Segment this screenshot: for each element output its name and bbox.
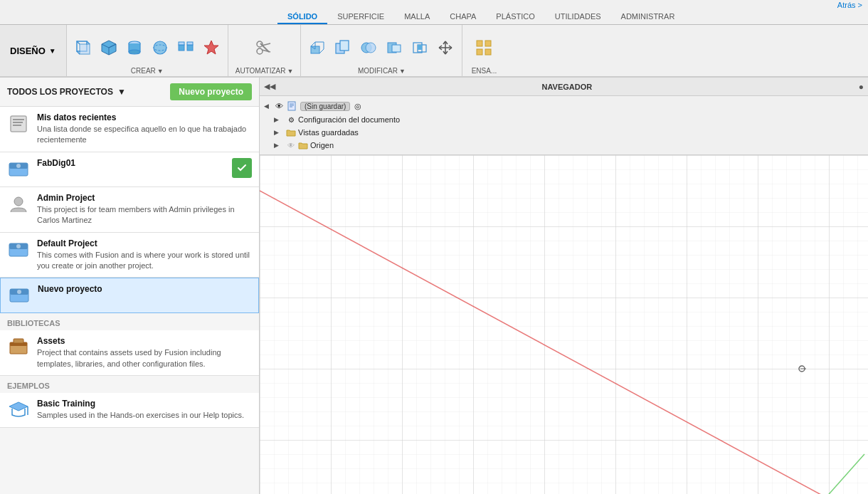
config-label: Configuración del documento bbox=[298, 115, 400, 124]
tab-malla[interactable]: MALLA bbox=[394, 10, 440, 24]
svg-point-42 bbox=[16, 164, 21, 168]
svg-rect-16 bbox=[187, 42, 193, 45]
target-icon[interactable]: ◎ bbox=[352, 100, 364, 112]
tab-plastico[interactable]: PLÁSTICO bbox=[486, 10, 544, 24]
canvas-area: ◀◀ NAVEGADOR ● ◀ 👁 (Sin guardar) bbox=[260, 78, 868, 494]
origen-folder-icon bbox=[298, 140, 308, 150]
fabdig01-icon bbox=[7, 158, 30, 181]
svg-rect-35 bbox=[485, 49, 491, 55]
cylinder-icon-btn[interactable] bbox=[122, 34, 147, 61]
atras-link[interactable]: Atrás > bbox=[0, 0, 868, 10]
copy-icon-btn[interactable] bbox=[331, 34, 355, 61]
project-item-admin[interactable]: Admin Project This project is for team m… bbox=[0, 187, 259, 233]
design-arrow: ▼ bbox=[49, 47, 56, 55]
admin-name: Admin Project bbox=[37, 193, 252, 203]
tab-solido[interactable]: SÓLIDO bbox=[277, 10, 327, 24]
project-item-assets[interactable]: Assets Project that contains assets used… bbox=[0, 330, 259, 376]
toolbar-group-crear: CREAR ▼ bbox=[67, 25, 228, 76]
svg-rect-33 bbox=[485, 41, 491, 46]
svg-point-11 bbox=[154, 41, 166, 54]
recent-item[interactable]: Mis datos recientes Una lista donde se e… bbox=[0, 107, 259, 152]
navigator-back-btn[interactable]: ◀◀ bbox=[264, 82, 275, 91]
ensam-label: ENSA... bbox=[472, 67, 497, 75]
tab-administrar[interactable]: ADMINISTRAR bbox=[611, 10, 685, 24]
folder-icon bbox=[286, 127, 296, 137]
root-eye-icon[interactable]: 👁 bbox=[273, 100, 285, 112]
project-item-basic-training[interactable]: Basic Training Samples used in the Hands… bbox=[0, 393, 259, 428]
tree-configuracion[interactable]: ▶ ⚙ Configuración del documento bbox=[260, 113, 868, 126]
tab-chapa[interactable]: CHAPA bbox=[440, 10, 486, 24]
navigator-tree: ◀ 👁 (Sin guardar) ◎ ▶ ⚙ Configuración bbox=[260, 96, 868, 155]
project-item-nuevo[interactable]: Nuevo proyecto bbox=[0, 278, 259, 313]
svg-rect-13 bbox=[179, 45, 184, 51]
basic-training-desc: Samples used in the Hands-on exercises i… bbox=[37, 410, 252, 421]
svg-rect-54 bbox=[288, 102, 295, 110]
assets-icon bbox=[7, 336, 30, 359]
tab-utilidades[interactable]: UTILIDADES bbox=[545, 10, 611, 24]
sidebar-header: TODOS LOS PROYECTOS ▼ Nuevo proyecto bbox=[0, 78, 259, 107]
svg-rect-28 bbox=[392, 45, 401, 52]
ejemplos-label: EJEMPLOS bbox=[0, 376, 259, 393]
design-label: DISEÑO bbox=[10, 46, 46, 56]
basic-training-text: Basic Training Samples used in the Hands… bbox=[37, 399, 252, 421]
crear-label[interactable]: CREAR ▼ bbox=[131, 67, 164, 75]
dropdown-icon: ▼ bbox=[117, 87, 126, 97]
all-projects-button[interactable]: TODOS LOS PROYECTOS ▼ bbox=[7, 87, 126, 97]
starburst-icon-btn[interactable] bbox=[199, 34, 223, 61]
assets-desc: Project that contains assets used by Fus… bbox=[37, 347, 252, 369]
svg-rect-34 bbox=[477, 49, 482, 55]
origen-eye-icon[interactable]: 👁 bbox=[286, 140, 296, 150]
new-project-button[interactable]: Nuevo proyecto bbox=[170, 83, 252, 100]
navigator-bar: ◀◀ NAVEGADOR ● bbox=[260, 78, 868, 96]
svg-rect-15 bbox=[179, 42, 184, 45]
svg-point-49 bbox=[17, 290, 21, 294]
svg-rect-31 bbox=[418, 45, 422, 50]
svg-point-8 bbox=[129, 50, 140, 54]
default-name: Default Project bbox=[37, 238, 252, 248]
subtract-icon-btn[interactable] bbox=[382, 34, 406, 61]
svg-point-43 bbox=[14, 197, 23, 206]
admin-desc: This project is for team members with Ad… bbox=[37, 204, 252, 226]
modificar-label[interactable]: MODIFICAR ▼ bbox=[358, 67, 406, 75]
svg-rect-1 bbox=[80, 44, 90, 54]
tree-origen[interactable]: ▶ 👁 Origen bbox=[260, 139, 868, 152]
grid-icon-btn[interactable] bbox=[470, 34, 498, 61]
basic-training-icon bbox=[7, 399, 30, 421]
nuevo-text: Nuevo proyecto bbox=[38, 284, 251, 294]
sphere-icon-btn[interactable] bbox=[148, 34, 172, 61]
box-split-icon-btn[interactable] bbox=[174, 34, 198, 61]
intersect-icon-btn[interactable] bbox=[408, 34, 432, 61]
svg-point-46 bbox=[16, 244, 21, 248]
recent-desc: Una lista donde se especifica aquello en… bbox=[37, 124, 252, 146]
move-icon-btn[interactable] bbox=[433, 34, 457, 61]
automatizar-label[interactable]: AUTOMATIZAR ▼ bbox=[235, 67, 294, 75]
project-item-default[interactable]: Default Project This comes with Fusion a… bbox=[0, 233, 259, 278]
svg-rect-37 bbox=[13, 119, 24, 120]
all-projects-label: TODOS LOS PROYECTOS bbox=[7, 87, 113, 97]
scissors-icon-btn[interactable] bbox=[250, 34, 279, 61]
box-outline-icon-btn[interactable] bbox=[71, 34, 95, 61]
tree-vistas[interactable]: ▶ Vistas guardadas bbox=[260, 126, 868, 139]
design-button[interactable]: DISEÑO ▼ bbox=[0, 25, 67, 76]
project-item-fabdig01[interactable]: FabDig01 bbox=[0, 152, 259, 187]
tree-root[interactable]: ◀ 👁 (Sin guardar) ◎ bbox=[260, 99, 868, 113]
gear-icon: ⚙ bbox=[286, 115, 296, 125]
vistas-arrow: ▶ bbox=[274, 129, 284, 136]
origen-arrow: ▶ bbox=[274, 142, 284, 149]
push-icon-btn[interactable] bbox=[305, 34, 329, 61]
nuevo-name: Nuevo proyecto bbox=[38, 284, 251, 294]
tab-superficie[interactable]: SUPERFICIE bbox=[327, 10, 394, 24]
svg-point-26 bbox=[366, 43, 376, 53]
toolbar-group-automatizar: AUTOMATIZAR ▼ bbox=[228, 25, 302, 76]
default-text: Default Project This comes with Fusion a… bbox=[37, 238, 252, 272]
default-desc: This comes with Fusion and is where your… bbox=[37, 250, 252, 272]
svg-rect-36 bbox=[11, 116, 26, 132]
basic-training-name: Basic Training bbox=[37, 399, 252, 409]
svg-rect-39 bbox=[13, 125, 21, 126]
cube-icon-btn[interactable] bbox=[97, 34, 121, 61]
navigator-close-btn[interactable]: ● bbox=[859, 82, 864, 92]
recent-icon bbox=[7, 112, 30, 135]
config-arrow: ▶ bbox=[274, 116, 284, 123]
fabdig01-text: FabDig01 bbox=[37, 158, 225, 168]
combine-icon-btn[interactable] bbox=[356, 34, 381, 61]
